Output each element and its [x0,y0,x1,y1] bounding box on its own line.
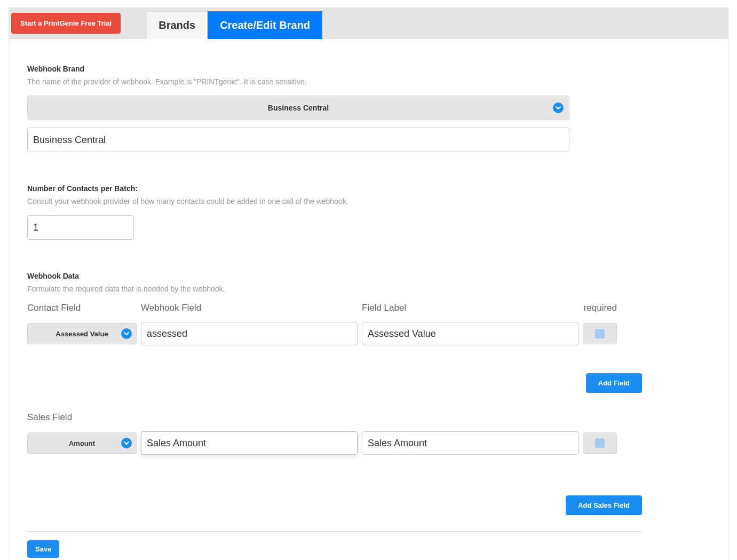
webhook-brand-title: Webhook Brand [27,65,710,73]
sales-field-label-input[interactable] [362,431,578,455]
tabs: Brands Create/Edit Brand [146,11,322,38]
topbar: Start a PrintGenie Free Trial Brands Cre… [9,8,728,39]
sales-field-select-value: Amount [69,439,95,447]
checkbox-inner [595,438,605,448]
main-panel: Start a PrintGenie Free Trial Brands Cre… [9,7,728,560]
divider [27,531,642,532]
chevron-down-icon [121,328,132,339]
form-content: Webhook Brand The name of the provider o… [9,39,728,560]
webhook-field-input[interactable] [141,322,358,345]
webhook-data-title: Webhook Data [27,272,710,280]
sales-field-select[interactable]: Amount [27,432,137,454]
checkbox-inner [595,329,605,338]
webhook-data-subtitle: Formulate the required data that is need… [27,285,710,293]
contact-field-row: Assessed Value [27,322,710,345]
sales-field-header: Sales Field [27,412,710,423]
webhook-data-column-headers: Contact Field Webhook Field Field Label … [27,303,710,313]
svg-point-1 [121,328,132,339]
webhook-brand-select-value: Business Central [268,104,329,112]
sales-webhook-field-input[interactable] [141,431,358,455]
contacts-per-batch-subtitle: Consult your webhook provider of how man… [27,197,710,206]
column-header-required: required [583,303,617,313]
required-checkbox[interactable] [583,323,617,344]
field-label-input[interactable] [362,322,578,345]
contact-field-select-value: Assessed Value [56,330,108,338]
save-button[interactable]: Save [27,540,59,558]
svg-point-0 [553,102,564,113]
add-sales-field-button[interactable]: Add Sales Field [566,495,642,515]
contacts-per-batch-input[interactable] [27,215,134,240]
webhook-brand-subtitle: The name of the provider of webhook. Exa… [27,77,710,86]
add-field-button[interactable]: Add Field [586,373,642,393]
chevron-down-icon [553,102,564,113]
column-header-field-label: Field Label [362,303,578,313]
tab-create-edit-brand[interactable]: Create/Edit Brand [208,11,322,39]
svg-point-2 [121,438,132,448]
sales-required-checkbox[interactable] [583,432,617,454]
tab-brands[interactable]: Brands [146,11,208,39]
column-header-contact-field: Contact Field [27,303,137,313]
contact-field-select[interactable]: Assessed Value [27,323,137,344]
webhook-brand-input[interactable] [27,128,569,152]
sales-field-row: Amount [27,431,710,455]
contacts-per-batch-title: Number of Contacts per Batch: [27,184,710,193]
chevron-down-icon [121,438,132,448]
start-free-trial-button[interactable]: Start a PrintGenie Free Trial [11,13,121,34]
webhook-brand-select[interactable]: Business Central [27,96,569,120]
column-header-webhook-field: Webhook Field [141,303,358,313]
